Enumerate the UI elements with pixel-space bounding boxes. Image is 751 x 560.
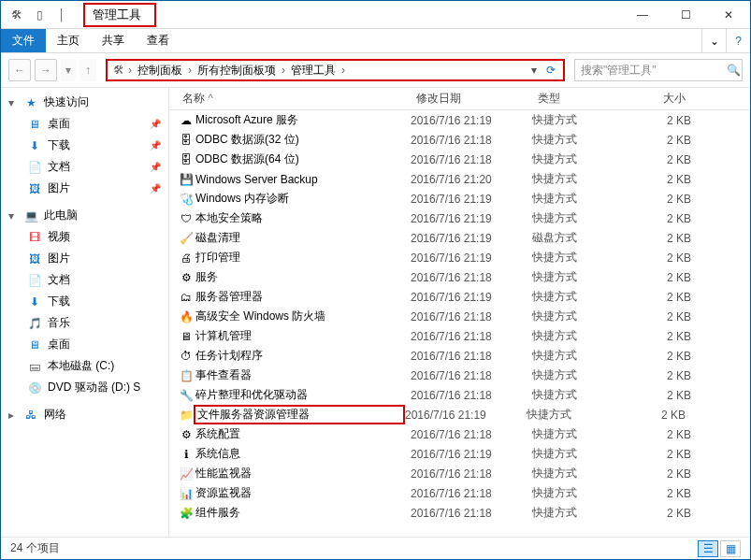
file-row[interactable]: 💾Windows Server Backup2016/7/16 21:20快捷方… [169,169,750,189]
file-size: 2 KB [626,487,691,500]
col-type[interactable]: 类型 [532,91,626,107]
file-date: 2016/7/16 21:19 [411,251,532,265]
file-row[interactable]: 🗄ODBC 数据源(64 位)2016/7/16 21:18快捷方式2 KB [169,150,750,169]
file-row[interactable]: 🖥计算机管理2016/7/16 21:18快捷方式2 KB [169,326,750,346]
file-date: 2016/7/16 21:18 [411,389,532,402]
tab-view[interactable]: 查看 [136,29,181,52]
crumb-root[interactable]: 控制面板 [134,63,186,79]
file-type: 快捷方式 [532,485,626,501]
file-row[interactable]: 🗂服务器管理器2016/7/16 21:19快捷方式2 KB [169,287,750,307]
sidebar: ▾★ 快速访问 🖥桌面📌 ⬇下载📌 📄文档📌 🖼图片📌 ▾💻 此电脑 🎞视频 🖼… [1,88,169,537]
file-rows: ☁Microsoft Azure 服务2016/7/16 21:19快捷方式2 … [169,110,750,537]
file-row[interactable]: 📊资源监视器2016/7/16 21:18快捷方式2 KB [169,483,750,503]
file-row[interactable]: ⏱任务计划程序2016/7/16 21:18快捷方式2 KB [169,346,750,366]
view-icons-button[interactable]: ▦ [720,540,741,557]
file-row[interactable]: 📁文件服务器资源管理器2016/7/16 21:19快捷方式2 KB [169,405,750,424]
sidebar-cdrive[interactable]: 🖴本地磁盘 (C:) [1,355,168,377]
file-row[interactable]: ⚙系统配置2016/7/16 21:18快捷方式2 KB [169,424,750,444]
file-type: 快捷方式 [532,328,626,344]
refresh-icon[interactable]: ⟳ [542,64,559,77]
file-row[interactable]: 📋事件查看器2016/7/16 21:18快捷方式2 KB [169,366,750,385]
chevron-right-icon: › [282,64,285,77]
sidebar-network[interactable]: ▸🖧 网络 [1,404,168,425]
sidebar-this-pc[interactable]: ▾💻 此电脑 [1,205,168,226]
nav-history-dropdown[interactable]: ▾ [61,59,76,81]
file-row[interactable]: ⚙服务2016/7/16 21:18快捷方式2 KB [169,267,750,287]
search-icon[interactable]: 🔍 [727,64,741,77]
file-date: 2016/7/16 21:19 [405,409,527,422]
desktop-icon: 🖥 [27,117,42,132]
pin-icon: 📌 [150,140,161,151]
file-name: 事件查看器 [195,367,411,383]
sidebar-music[interactable]: 🎵音乐 [1,312,168,334]
file-name: 任务计划程序 [195,348,411,364]
file-row[interactable]: ℹ系统信息2016/7/16 21:19快捷方式2 KB [169,444,750,464]
picture-icon: 🖼 [27,181,42,196]
file-date: 2016/7/16 21:18 [411,153,532,166]
file-type: 快捷方式 [532,210,626,226]
file-date: 2016/7/16 21:18 [411,369,532,382]
file-type: 磁盘方式 [532,230,626,246]
file-row[interactable]: 🧹磁盘清理2016/7/16 21:19磁盘方式2 KB [169,228,750,248]
crumb-mid[interactable]: 所有控制面板项 [194,63,280,79]
search-box[interactable]: 🔍 [574,59,743,81]
file-type: 快捷方式 [532,309,626,324]
col-date[interactable]: 修改日期 [411,91,532,107]
sidebar-documents[interactable]: 📄文档📌 [1,156,168,178]
nav-up-button[interactable]: ↑ [79,59,96,81]
sidebar-videos[interactable]: 🎞视频 [1,226,168,248]
file-name: 本地安全策略 [195,210,411,226]
col-size[interactable]: 大小 [626,91,691,107]
close-button[interactable]: ✕ [707,1,750,29]
status-count: 24 个项目 [10,540,60,556]
file-size: 2 KB [626,350,691,363]
breadcrumb-bar[interactable]: 🛠 › 控制面板 › 所有控制面板项 › 管理工具 › ▾ ⟳ [106,59,565,81]
download-icon: ⬇ [27,294,42,309]
maximize-button[interactable]: ☐ [664,1,707,29]
address-dropdown-icon[interactable]: ▾ [527,64,541,77]
file-row[interactable]: 🖨打印管理2016/7/16 21:19快捷方式2 KB [169,248,750,267]
dvd-icon: 💿 [27,381,42,395]
sidebar-dvd[interactable]: 💿DVD 驱动器 (D:) S [1,377,168,398]
file-row[interactable]: 🛡本地安全策略2016/7/16 21:19快捷方式2 KB [169,208,750,228]
file-name: 系统配置 [195,426,411,442]
pc-icon: 💻 [23,208,38,223]
view-details-button[interactable]: ☰ [698,540,718,557]
tab-share[interactable]: 共享 [91,29,136,52]
window-title: 管理工具 [83,3,156,27]
col-name[interactable]: 名称 ^ [177,91,411,107]
file-row[interactable]: 🩺Windows 内存诊断2016/7/16 21:19快捷方式2 KB [169,189,750,208]
file-icon: 💾 [177,173,195,186]
file-size: 2 KB [626,448,691,461]
chevron-right-icon: › [188,64,192,77]
file-row[interactable]: 🔧碎片整理和优化驱动器2016/7/16 21:18快捷方式2 KB [169,385,750,405]
sidebar-documents2[interactable]: 📄文档 [1,269,168,291]
sidebar-pictures[interactable]: 🖼图片📌 [1,178,168,199]
file-row[interactable]: 🔥高级安全 Windows 防火墙2016/7/16 21:18快捷方式2 KB [169,307,750,326]
nav-back-button[interactable]: ← [8,59,31,81]
sidebar-downloads[interactable]: ⬇下载📌 [1,135,168,156]
sidebar-desktop2[interactable]: 🖥桌面 [1,334,168,355]
file-name: 性能监视器 [195,466,411,481]
file-type: 快捷方式 [532,505,626,521]
file-type: 快捷方式 [532,151,626,167]
nav-forward-button[interactable]: → [35,59,57,81]
tab-home[interactable]: 主页 [46,29,91,52]
help-button[interactable]: ? [726,29,750,52]
tab-file[interactable]: 文件 [1,29,46,52]
crumb-leaf[interactable]: 管理工具 [287,63,339,79]
sidebar-pictures2[interactable]: 🖼图片 [1,248,168,269]
file-name: 碎片整理和优化驱动器 [195,387,411,403]
file-row[interactable]: 📈性能监视器2016/7/16 21:18快捷方式2 KB [169,464,750,483]
file-row[interactable]: 🧩组件服务2016/7/16 21:18快捷方式2 KB [169,503,750,523]
sidebar-desktop[interactable]: 🖥桌面📌 [1,113,168,135]
file-size: 2 KB [626,369,691,382]
ribbon-expand-button[interactable]: ⌄ [701,29,726,52]
file-row[interactable]: ☁Microsoft Azure 服务2016/7/16 21:19快捷方式2 … [169,110,750,130]
search-input[interactable] [581,64,721,77]
minimize-button[interactable]: — [621,1,664,29]
file-row[interactable]: 🗄ODBC 数据源(32 位)2016/7/16 21:18快捷方式2 KB [169,130,750,150]
sidebar-downloads2[interactable]: ⬇下载 [1,291,168,312]
sidebar-quick-access[interactable]: ▾★ 快速访问 [1,92,168,113]
file-date: 2016/7/16 21:20 [411,173,532,186]
